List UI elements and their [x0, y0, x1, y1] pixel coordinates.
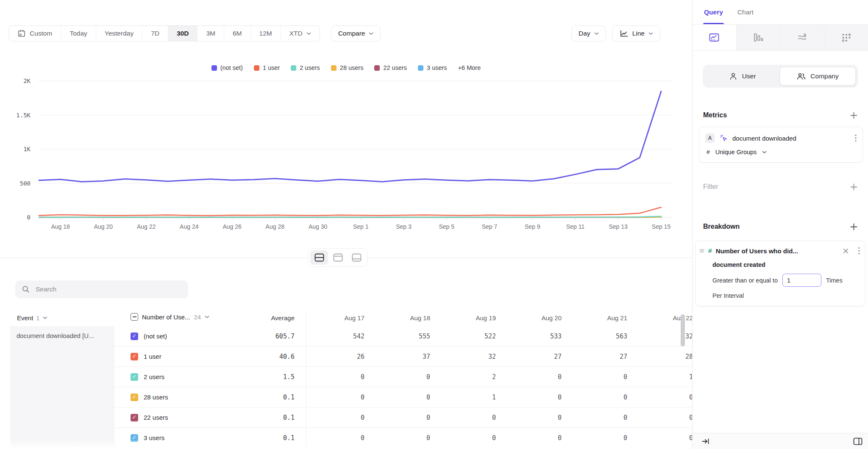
add-metric-button[interactable] [850, 112, 857, 119]
add-filter-button[interactable] [850, 183, 857, 191]
number-icon: # [707, 149, 710, 155]
range-today[interactable]: Today [61, 26, 96, 41]
range-xtd[interactable]: XTD [281, 26, 320, 41]
remove-breakdown-button[interactable] [843, 248, 849, 254]
scope-user[interactable]: User [705, 67, 780, 86]
search-input[interactable] [35, 285, 182, 294]
chart-type-bar[interactable] [736, 25, 780, 50]
legend-swatch [211, 65, 217, 71]
bar-chart-icon [753, 33, 764, 42]
line-chart-box-icon [709, 33, 720, 42]
condition-label[interactable]: Greater than or equal to [712, 277, 778, 284]
scope-company[interactable]: Company [780, 67, 856, 86]
table-row[interactable]: ✓(not set)605.7542555522533563532 [114, 326, 692, 346]
svg-text:Aug 22: Aug 22 [137, 223, 156, 230]
average-value: 0.1 [235, 394, 297, 401]
tab-chart[interactable]: Chart [737, 0, 754, 24]
data-value: 563 [569, 333, 634, 340]
table-row[interactable]: ✓3 users0.1000000 [114, 428, 692, 448]
add-breakdown-button[interactable] [850, 223, 857, 230]
legend-item[interactable]: 1 user [254, 64, 280, 71]
breakdown-property-name[interactable]: Number of Users who did... [716, 247, 798, 255]
range-30d[interactable]: 30D [168, 26, 198, 41]
range-custom[interactable]: Custom [9, 26, 61, 41]
collapse-panel-icon[interactable] [701, 437, 710, 446]
data-value: 2 [437, 373, 503, 381]
table-row[interactable]: ✓28 users0.1001000 [114, 387, 692, 407]
series-label: 3 users [144, 434, 164, 441]
range-12m[interactable]: 12M [251, 26, 281, 41]
metric-card[interactable]: A document downloaded # Unique Groups [699, 127, 863, 163]
series-checkbox[interactable]: ✓ [131, 414, 138, 421]
series-checkbox[interactable]: ✓ [131, 373, 138, 381]
measure-label: Unique Groups [715, 149, 757, 155]
svg-text:Sep 5: Sep 5 [439, 223, 455, 230]
chart-type-matrix[interactable] [824, 25, 868, 50]
line-chart: 05001K1.5K2KAug 18Aug 20Aug 22Aug 24Aug … [0, 75, 692, 239]
range-3m[interactable]: 3M [198, 26, 224, 41]
data-value: 27 [569, 353, 634, 360]
tab-query[interactable]: Query [704, 0, 723, 24]
select-all-checkbox[interactable] [131, 313, 138, 321]
legend-item[interactable]: 28 users [331, 64, 364, 71]
data-value: 0 [306, 414, 372, 421]
range-label: 6M [233, 30, 242, 37]
svg-text:Sep 13: Sep 13 [609, 223, 628, 230]
drag-handle-icon[interactable] [699, 249, 704, 253]
legend-more[interactable]: +6 More [458, 64, 481, 71]
breakdown-menu-button[interactable] [858, 247, 860, 255]
layout-table-only-button[interactable] [348, 250, 365, 265]
compare-label: Compare [338, 30, 365, 37]
chart-type-flow[interactable] [780, 25, 824, 50]
svg-text:Aug 26: Aug 26 [223, 223, 242, 230]
legend-item[interactable]: 2 users [291, 64, 320, 71]
interval-label[interactable]: Per Interval [699, 292, 860, 299]
series-checkbox[interactable]: ✓ [131, 394, 138, 401]
legend-item[interactable]: 3 users [418, 64, 447, 71]
range-label: Yesterday [105, 30, 134, 37]
data-value: 0 [372, 394, 437, 401]
series-label: 2 users [144, 373, 164, 380]
measure-selector[interactable]: # Unique Groups [705, 149, 857, 155]
table-header: Event1 Number of Use...24 Average Aug 17… [0, 313, 692, 326]
event-name-cell[interactable]: document downloaded [U... [10, 326, 114, 449]
series-checkbox[interactable]: ✓ [131, 434, 138, 442]
panel-toggle-icon[interactable] [853, 437, 862, 446]
range-label: XTD [289, 30, 303, 37]
svg-text:Sep 15: Sep 15 [652, 223, 671, 230]
granularity-button[interactable]: Day [571, 25, 606, 42]
legend-item[interactable]: 22 users [374, 64, 407, 71]
svg-text:Aug 28: Aug 28 [266, 223, 285, 230]
legend-swatch [254, 65, 259, 71]
series-checkbox[interactable]: ✓ [131, 353, 138, 360]
series-count: 24 [194, 313, 201, 321]
compare-button[interactable]: Compare [331, 25, 381, 42]
layout-chart-only-button[interactable] [329, 250, 347, 265]
breakdown-event-name[interactable]: document created [699, 261, 860, 268]
legend-label: 28 users [340, 64, 364, 71]
chart-type-line-segments[interactable] [693, 25, 736, 50]
data-value: 0 [372, 373, 437, 381]
series-column-header[interactable]: Number of Use...24 [131, 313, 209, 321]
legend-label: 3 users [427, 64, 447, 71]
average-value: 1.5 [235, 373, 297, 381]
data-value: 0 [503, 434, 569, 442]
layout-split-button[interactable] [310, 250, 328, 265]
range-label: 12M [259, 30, 272, 37]
event-column-header[interactable]: Event1 [17, 314, 47, 322]
series-checkbox[interactable]: ✓ [131, 333, 138, 340]
range-6m[interactable]: 6M [224, 26, 251, 41]
chart-type-button[interactable]: Line [612, 25, 660, 42]
range-yesterday[interactable]: Yesterday [96, 26, 142, 41]
table-row[interactable]: ✓22 users0.1000000 [114, 407, 692, 428]
range-7d[interactable]: 7D [142, 26, 168, 41]
chart-type-label: Line [632, 30, 645, 37]
table-scrollbar[interactable] [681, 314, 685, 346]
table-row[interactable]: ✓2 users1.5002001 [114, 367, 692, 387]
times-input[interactable] [782, 274, 821, 287]
metric-menu-button[interactable] [855, 134, 857, 142]
svg-text:Sep 9: Sep 9 [525, 223, 540, 230]
legend-item[interactable]: (not set) [211, 64, 243, 71]
breakdown-card: # Number of Users who did... document cr… [695, 241, 865, 306]
table-row[interactable]: ✓1 user40.6263732272728 [114, 346, 692, 367]
